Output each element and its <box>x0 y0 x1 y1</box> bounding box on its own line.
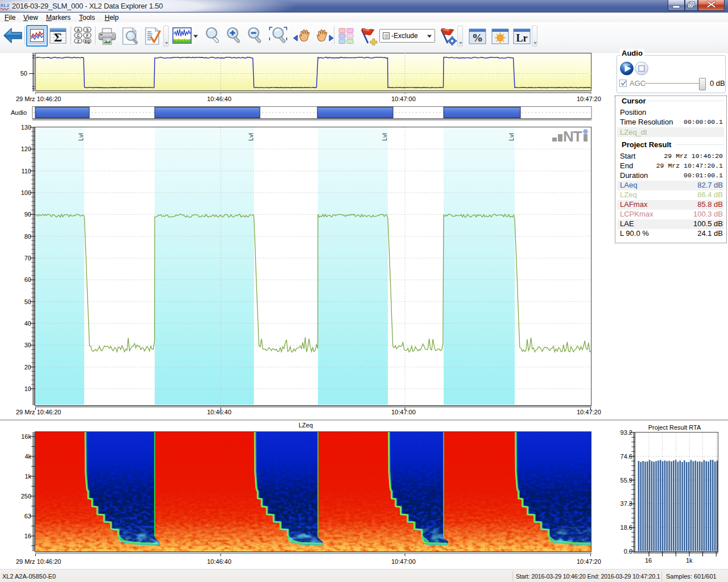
svg-text:Lvl: Lvl <box>247 133 254 141</box>
svg-text:Lvl: Lvl <box>381 133 388 141</box>
svg-text:Lvl: Lvl <box>77 133 84 141</box>
svg-text:NT: NT <box>563 128 582 145</box>
svg-text:Lvl: Lvl <box>508 133 515 141</box>
